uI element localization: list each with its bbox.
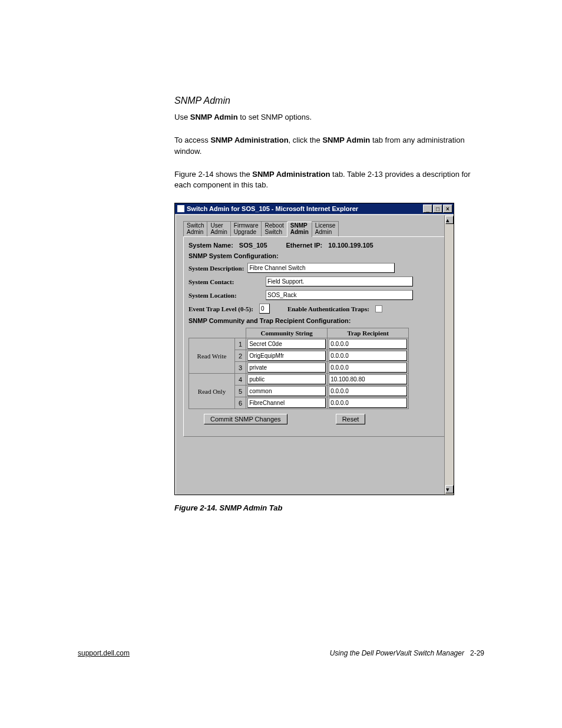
p2-bold2: SNMP Admin — [322, 136, 370, 144]
table-row: Read Write 1 — [189, 338, 409, 350]
p2-pre: To access — [174, 136, 210, 144]
community-string-input[interactable] — [247, 374, 326, 384]
tab-license-admin[interactable]: License Admin — [312, 221, 339, 236]
p3-bold: SNMP Administration — [252, 170, 330, 179]
table-row: Read Only 4 — [189, 374, 409, 386]
vertical-scrollbar[interactable]: ▴ ▾ — [444, 215, 454, 495]
commit-snmp-button[interactable]: Commit SNMP Changes — [204, 414, 287, 424]
read-only-label: Read Only — [189, 374, 235, 409]
community-string-input[interactable] — [247, 386, 326, 396]
footer-url: support.dell.com — [78, 649, 130, 657]
tab-snmp-admin[interactable]: SNMP Admin — [287, 222, 312, 237]
p3-pre: Figure 2-14 shows the — [174, 170, 252, 179]
read-write-label: Read Write — [189, 338, 235, 374]
row-num: 2 — [235, 350, 246, 362]
row-num: 4 — [235, 374, 246, 386]
paragraph-1: Use SNMP Admin to set SNMP options. — [174, 112, 484, 123]
system-description-input[interactable] — [247, 263, 395, 273]
tab-label: Upgrade — [234, 229, 256, 235]
tab-label: User — [210, 222, 223, 229]
paragraph-2: To access SNMP Administration, click the… — [174, 135, 484, 157]
admin-window: Switch Admin for SOS_105 - Microsoft Int… — [174, 203, 454, 495]
tab-strip: Switch Admin User Admin Firmware Upgrade… — [183, 221, 447, 236]
scroll-down-arrow-icon[interactable]: ▾ — [445, 485, 454, 493]
p2-mid: , click the — [289, 136, 323, 144]
col-community-header: Community String — [246, 328, 328, 338]
system-contact-input[interactable] — [266, 276, 413, 286]
tab-label: Admin — [315, 229, 332, 235]
minimize-button[interactable]: _ — [423, 205, 432, 213]
tab-firmware-upgrade[interactable]: Firmware Upgrade — [230, 221, 262, 236]
scroll-up-arrow-icon[interactable]: ▴ — [445, 216, 454, 224]
tab-label: Firmware — [234, 222, 259, 229]
p1-post: to set SNMP options. — [238, 113, 312, 121]
tab-panel-snmp: System Name: SOS_105 Ethernet IP: 10.100… — [183, 236, 447, 437]
tab-label: Admin — [187, 229, 203, 235]
tab-label: Switch — [265, 229, 282, 235]
system-location-label: System Location: — [189, 292, 262, 299]
community-table: Community String Trap Recipient Read Wri… — [189, 328, 409, 409]
maximize-button[interactable]: □ — [433, 205, 442, 213]
tab-user-admin[interactable]: User Admin — [207, 221, 230, 236]
row-num: 5 — [235, 386, 246, 397]
system-description-label: System Description: — [189, 265, 244, 272]
system-name-value: SOS_105 — [239, 242, 267, 249]
community-config-header: SNMP Community and Trap Recipient Config… — [189, 317, 441, 324]
community-string-input[interactable] — [247, 363, 326, 373]
trap-recipient-input[interactable] — [329, 386, 407, 396]
trap-recipient-input[interactable] — [329, 398, 407, 408]
tab-label: Switch — [187, 222, 204, 229]
community-string-input[interactable] — [247, 351, 326, 361]
ie-page-icon — [177, 205, 184, 212]
trap-recipient-input[interactable] — [329, 374, 407, 384]
community-string-input[interactable] — [247, 339, 326, 349]
tab-label: SNMP — [290, 222, 308, 229]
tab-label: Reboot — [265, 222, 283, 229]
tab-label: Admin — [210, 229, 227, 235]
system-contact-label: System Contact: — [189, 278, 262, 285]
section-heading: SNMP Admin — [174, 95, 484, 106]
row-num: 3 — [235, 362, 246, 374]
community-string-input[interactable] — [247, 398, 326, 408]
event-trap-level-label: Event Trap Level (0-5): — [189, 305, 253, 312]
window-client-area: ▴ ▾ Switch Admin User Admin Firmware Upg… — [175, 214, 454, 495]
col-trap-header: Trap Recipient — [328, 328, 409, 338]
p1-pre: Use — [174, 113, 190, 121]
ethernet-ip-label: Ethernet IP: — [286, 242, 323, 249]
p2-bold1: SNMP Administration — [210, 136, 288, 144]
window-titlebar[interactable]: Switch Admin for SOS_105 - Microsoft Int… — [175, 203, 454, 214]
window-title: Switch Admin for SOS_105 - Microsoft Int… — [187, 205, 358, 212]
page-footer: support.dell.com Using the Dell PowerVau… — [78, 649, 484, 657]
footer-page-number: 2-29 — [470, 649, 484, 657]
ethernet-ip-value: 10.100.199.105 — [328, 242, 373, 249]
enable-auth-traps-label: Enable Authentication Traps: — [287, 305, 369, 312]
trap-recipient-input[interactable] — [329, 339, 407, 349]
tab-label: Admin — [290, 229, 309, 235]
system-location-input[interactable] — [266, 290, 413, 300]
footer-doc-title: Using the Dell PowerVault Switch Manager — [330, 649, 464, 657]
trap-recipient-input[interactable] — [329, 351, 407, 361]
tab-switch-admin[interactable]: Switch Admin — [183, 221, 207, 236]
event-trap-level-input[interactable] — [259, 304, 270, 314]
p1-bold: SNMP Admin — [190, 113, 238, 121]
system-name-label: System Name: — [189, 242, 233, 249]
tab-reboot-switch[interactable]: Reboot Switch — [261, 221, 287, 236]
tab-label: License — [315, 222, 335, 229]
snmp-config-header: SNMP System Configuration: — [189, 252, 441, 259]
figure-caption: Figure 2-14. SNMP Admin Tab — [174, 503, 484, 512]
row-num: 1 — [235, 338, 246, 350]
paragraph-3: Figure 2-14 shows the SNMP Administratio… — [174, 169, 484, 192]
trap-recipient-input[interactable] — [329, 363, 407, 373]
reset-button[interactable]: Reset — [336, 414, 366, 424]
row-num: 6 — [235, 397, 246, 409]
close-button[interactable]: × — [443, 205, 452, 213]
enable-auth-traps-checkbox[interactable] — [375, 305, 382, 312]
